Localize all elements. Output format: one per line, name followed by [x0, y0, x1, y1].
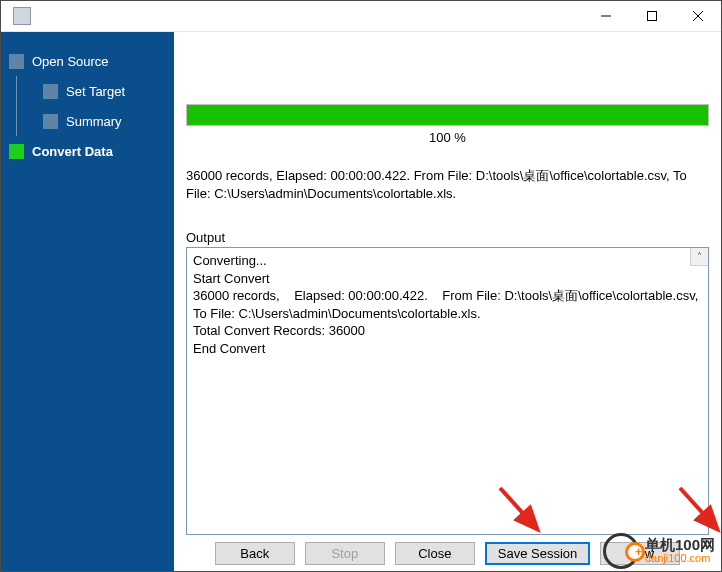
close-button[interactable]: Close: [395, 542, 475, 565]
progress-fill: [187, 105, 708, 125]
scroll-up-icon[interactable]: ˄: [690, 248, 708, 266]
app-window: Open Source Set Target Summary Convert D…: [0, 0, 722, 572]
content-area: 100 % 36000 records, Elapsed: 00:00:00.4…: [174, 32, 721, 535]
maximize-button[interactable]: [629, 1, 675, 31]
sidebar-item-set-target[interactable]: Set Target: [17, 76, 174, 106]
output-content: Converting... Start Convert 36000 record…: [193, 253, 709, 356]
sidebar-item-open-source[interactable]: Open Source: [1, 46, 174, 76]
maximize-icon: [647, 11, 657, 21]
sidebar-item-label: Convert Data: [32, 144, 113, 159]
body: Open Source Set Target Summary Convert D…: [1, 32, 721, 571]
sidebar-branch: Set Target Summary: [16, 76, 174, 136]
step-box-icon: [9, 144, 24, 159]
save-session-button[interactable]: Save Session: [485, 542, 591, 565]
progress-percent-label: 100 %: [186, 130, 709, 145]
app-icon: [13, 7, 31, 25]
minimize-icon: [601, 11, 611, 21]
back-button[interactable]: Back: [215, 542, 295, 565]
close-window-button[interactable]: [675, 1, 721, 31]
main-panel: 100 % 36000 records, Elapsed: 00:00:00.4…: [174, 32, 721, 571]
step-box-icon: [43, 114, 58, 129]
sidebar-item-label: Summary: [66, 114, 122, 129]
step-box-icon: [9, 54, 24, 69]
close-icon: [693, 11, 703, 21]
titlebar: [1, 1, 721, 32]
sidebar-item-summary[interactable]: Summary: [17, 106, 174, 136]
sidebar-item-label: Set Target: [66, 84, 125, 99]
button-bar: Back Stop Close Save Session View: [174, 535, 721, 571]
view-button[interactable]: View: [600, 542, 680, 565]
sidebar: Open Source Set Target Summary Convert D…: [1, 32, 174, 571]
minimize-button[interactable]: [583, 1, 629, 31]
progress-bar: [186, 104, 709, 126]
sidebar-item-label: Open Source: [32, 54, 109, 69]
stop-button: Stop: [305, 542, 385, 565]
step-box-icon: [43, 84, 58, 99]
output-label: Output: [186, 230, 709, 245]
progress-area: 100 %: [186, 104, 709, 145]
output-textbox[interactable]: Converting... Start Convert 36000 record…: [186, 247, 709, 535]
svg-rect-1: [648, 12, 657, 21]
conversion-summary-text: 36000 records, Elapsed: 00:00:00.422. Fr…: [186, 167, 709, 202]
sidebar-item-convert-data[interactable]: Convert Data: [1, 136, 174, 166]
